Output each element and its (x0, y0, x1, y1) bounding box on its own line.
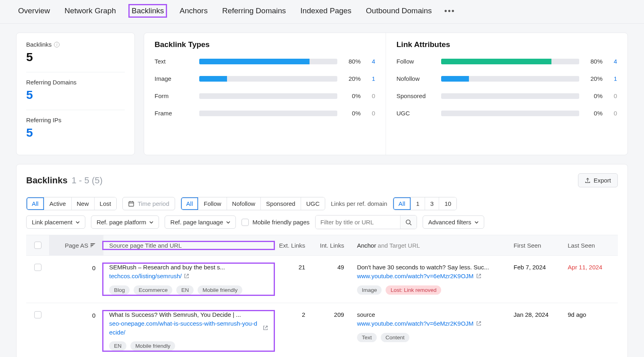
tab-referring-domains[interactable]: Referring Domains (220, 5, 288, 16)
external-link-icon (263, 325, 268, 330)
ext-links-value: 21 (274, 264, 313, 271)
bar-label: Image (155, 75, 193, 82)
ext-links-value: 2 (274, 311, 313, 318)
chevron-down-icon (475, 220, 479, 224)
status-segment: All Active New Lost (26, 197, 117, 210)
follow-follow[interactable]: Follow (198, 197, 227, 210)
backlink-types-title: Backlink Types (155, 40, 375, 49)
col-last-seen[interactable]: Last Seen (564, 242, 618, 249)
anchor-cell: Don't have 30 seconds to watch? Say less… (351, 264, 510, 295)
bar-count: 0 (367, 92, 375, 99)
sort-icon (91, 243, 95, 247)
bar-count: 0 (609, 110, 617, 117)
follow-nofollow[interactable]: Nofollow (227, 197, 261, 210)
anchor-tag: Content (381, 333, 409, 342)
page-as-value: 0 (49, 264, 103, 295)
bar-count[interactable]: 1 (609, 75, 617, 82)
status-new[interactable]: New (72, 197, 95, 210)
export-button[interactable]: Export (578, 173, 618, 187)
bar-count[interactable]: 4 (609, 58, 617, 65)
backlink-type-row: Image20%1 (155, 75, 375, 82)
bar-track (199, 59, 337, 64)
source-tag: Mobile friendly (198, 285, 242, 295)
source-url[interactable]: techcos.co/listing/semrush/ (109, 272, 268, 281)
bar-count[interactable]: 4 (367, 58, 375, 65)
ref-platform-dropdown[interactable]: Ref. page platform (91, 215, 159, 229)
follow-all[interactable]: All (181, 197, 199, 210)
source-url[interactable]: seo-onepage.com/what-is-success-with-sem… (109, 319, 268, 337)
row-checkbox[interactable] (34, 264, 41, 271)
links-per-segment: All 1 3 10 (393, 197, 457, 210)
col-page-as[interactable]: Page AS (49, 235, 103, 255)
bar-label: Frame (155, 110, 193, 117)
status-all[interactable]: All (27, 197, 44, 210)
target-url[interactable]: www.youtube.com/watch?v=6eMzr2K9OJM (357, 272, 510, 281)
first-seen-value: Jan 28, 2024 (510, 311, 564, 318)
backlinks-label: Backlinks i (26, 41, 125, 48)
advanced-filters-dropdown[interactable]: Advanced filters (423, 215, 484, 229)
source-cell: What Is Success? With Semrush, You Decid… (103, 311, 274, 351)
row-checkbox[interactable] (34, 311, 41, 318)
time-period-dropdown[interactable]: Time period (122, 197, 175, 210)
follow-ugc[interactable]: UGC (301, 197, 325, 210)
bar-label: UGC (396, 110, 435, 117)
backlink-type-row: Form0%0 (155, 92, 375, 99)
bar-count: 0 (367, 110, 375, 117)
tab-outbound-domains[interactable]: Outbound Domains (364, 5, 434, 16)
int-links-value: 49 (312, 264, 351, 271)
external-link-icon (476, 321, 481, 326)
tabs-more-icon[interactable]: ••• (444, 6, 455, 16)
col-source[interactable]: Source page Title and URL (103, 242, 274, 249)
bar-track (441, 93, 579, 99)
backlinks-count: 5 (26, 50, 125, 64)
tab-overview[interactable]: Overview (16, 5, 52, 16)
source-tag: Blog (109, 285, 130, 295)
tab-indexed-pages[interactable]: Indexed Pages (298, 5, 353, 16)
col-ext-links[interactable]: Ext. Links (274, 242, 313, 249)
chevron-down-icon (226, 220, 230, 224)
target-url[interactable]: www.youtube.com/watch?v=6eMzr2K9OJM (357, 319, 510, 328)
source-tag: EN (109, 341, 126, 351)
info-icon[interactable]: i (54, 42, 60, 47)
bar-track (199, 111, 337, 116)
table-title: Backlinks (26, 175, 68, 185)
backlinks-table: Page AS Source page Title and URL Ext. L… (26, 235, 618, 357)
bar-track (441, 76, 579, 82)
select-all-checkbox[interactable] (34, 242, 41, 249)
search-button[interactable] (400, 215, 417, 229)
refdomains-count[interactable]: 5 (26, 88, 125, 102)
status-active[interactable]: Active (44, 197, 72, 210)
bar-count[interactable]: 1 (367, 75, 375, 82)
link-attribute-row: Nofollow20%1 (396, 75, 617, 82)
links-per-1[interactable]: 1 (411, 197, 425, 210)
table-row: 0SEMRush – Research and buy the best s..… (26, 256, 618, 303)
col-first-seen[interactable]: First Seen (510, 242, 564, 249)
source-cell: SEMRush – Research and buy the best s...… (103, 264, 274, 295)
bar-count: 0 (609, 92, 617, 99)
follow-sponsored[interactable]: Sponsored (261, 197, 301, 210)
col-int-links[interactable]: Int. Links (312, 242, 351, 249)
status-lost[interactable]: Lost (95, 197, 116, 210)
tab-anchors[interactable]: Anchors (178, 5, 210, 16)
backlink-type-row: Frame0%0 (155, 110, 375, 117)
tab-network-graph[interactable]: Network Graph (62, 5, 118, 16)
links-per-10[interactable]: 10 (439, 197, 456, 210)
search-input[interactable] (316, 215, 400, 229)
anchor-tag: Lost: Link removed (386, 285, 441, 295)
link-placement-dropdown[interactable]: Link placement (26, 215, 85, 229)
links-per-3[interactable]: 3 (425, 197, 439, 210)
col-anchor[interactable]: Anchor and Target URL (351, 242, 510, 249)
tab-backlinks[interactable]: Backlinks (128, 4, 167, 18)
calendar-icon (128, 201, 134, 207)
refips-count[interactable]: 5 (26, 126, 125, 140)
mobile-friendly-checkbox[interactable]: Mobile friendly pages (242, 219, 310, 226)
title-url-filter (315, 215, 417, 229)
refdomains-label: Referring Domains (26, 79, 125, 86)
links-per-all[interactable]: All (393, 197, 411, 210)
link-attribute-row: Sponsored0%0 (396, 92, 617, 99)
bar-track (441, 59, 579, 64)
bar-percent: 0% (344, 92, 361, 99)
source-title: SEMRush – Research and buy the best s... (109, 264, 268, 271)
ref-language-dropdown[interactable]: Ref. page language (165, 215, 236, 229)
anchor-cell: sourcewww.youtube.com/watch?v=6eMzr2K9OJ… (351, 311, 510, 342)
